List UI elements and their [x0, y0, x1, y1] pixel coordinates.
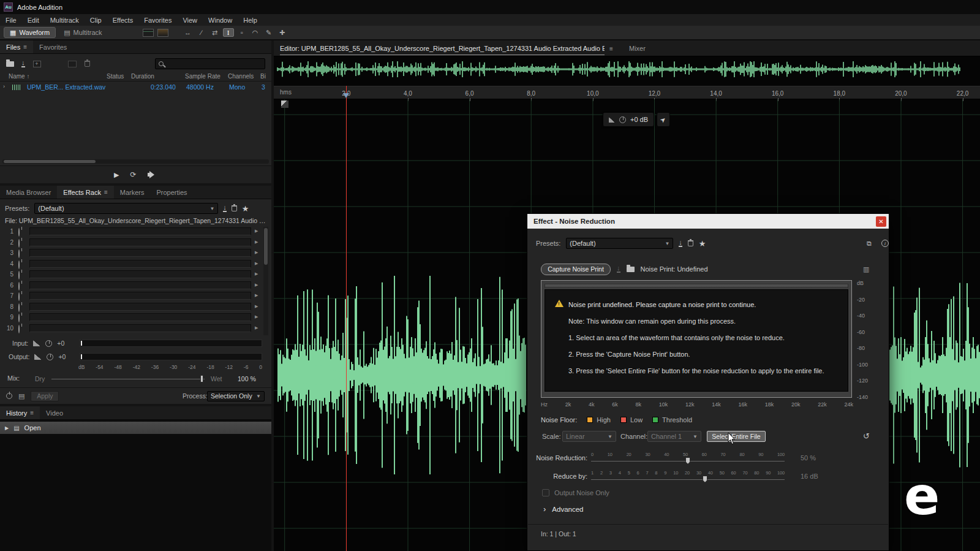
spot-healing-tool-icon[interactable]: ✚	[277, 29, 288, 37]
save-preset-icon[interactable]: ↓	[223, 205, 227, 212]
lasso-selection-tool-icon[interactable]: ◠	[250, 29, 261, 37]
rack-slot-row[interactable]: 6▶	[0, 281, 271, 291]
menu-view[interactable]: View	[177, 17, 203, 24]
row-expander-icon[interactable]: ›	[3, 83, 5, 89]
process-select[interactable]: Selection Only▼	[207, 391, 265, 401]
dialog-favorite-icon[interactable]: ★	[699, 239, 706, 248]
level-corner-icon[interactable]	[281, 101, 288, 108]
rack-vscrollbar[interactable]	[263, 227, 268, 335]
menu-multitrack[interactable]: Multitrack	[45, 17, 85, 24]
show-waveform-display-icon[interactable]	[143, 29, 154, 37]
panel-menu-icon[interactable]: ≡	[104, 189, 108, 196]
col-channels[interactable]: Channels	[228, 73, 254, 80]
tab-history[interactable]: History ≡	[0, 406, 40, 419]
dialog-save-preset-icon[interactable]: ↓	[679, 240, 682, 247]
hud-gain-control[interactable]: +0 dB	[603, 112, 654, 127]
menu-help[interactable]: Help	[238, 17, 263, 24]
slot-inset[interactable]	[29, 303, 251, 311]
slot-inset[interactable]	[29, 238, 251, 246]
slot-arrow-icon[interactable]: ▶	[255, 314, 258, 319]
rack-slot-row[interactable]: 5▶	[0, 270, 271, 280]
slot-inset[interactable]	[29, 227, 251, 235]
new-bin-icon[interactable]: +	[33, 61, 41, 67]
dialog-info-icon[interactable]: i	[881, 240, 889, 247]
overview-waveform[interactable]	[274, 58, 963, 81]
tab-media-browser[interactable]: Media Browser	[0, 186, 57, 199]
slot-power-icon[interactable]	[18, 249, 20, 258]
slot-arrow-icon[interactable]: ▶	[255, 293, 258, 298]
rack-preset-select[interactable]: (Default)▼	[34, 203, 218, 214]
slot-inset[interactable]	[29, 313, 251, 321]
dialog-io-routing-icon[interactable]: ⧉	[867, 240, 872, 248]
workspace-multitrack-button[interactable]: ▤ Multitrack	[58, 27, 107, 38]
rack-slot-row[interactable]: 4▶	[0, 259, 271, 270]
history-entry-open[interactable]: ▶ ▤ Open	[0, 422, 271, 434]
col-duration[interactable]: Duration	[131, 73, 154, 80]
scale-select[interactable]: Linear▼	[562, 431, 616, 442]
menu-edit[interactable]: Edit	[22, 17, 45, 24]
slot-power-icon[interactable]	[18, 303, 20, 312]
col-name[interactable]: Name ↑	[9, 73, 29, 80]
advanced-expander[interactable]: › Advanced	[543, 504, 584, 514]
slot-power-icon[interactable]	[18, 282, 20, 291]
menu-file[interactable]: File	[0, 17, 22, 24]
razor-tool-icon[interactable]: ∕	[196, 29, 207, 36]
rack-slot-row[interactable]: 8▶	[0, 302, 271, 313]
output-gain-knob[interactable]	[47, 354, 53, 360]
playhead-line[interactable]	[346, 86, 347, 551]
rack-slot-row[interactable]: 10▶	[0, 324, 271, 334]
slot-arrow-icon[interactable]: ▶	[255, 261, 258, 266]
slot-arrow-icon[interactable]: ▶	[255, 229, 258, 234]
slot-power-icon[interactable]	[18, 325, 20, 333]
tab-editor[interactable]: Editor: UPM_BER1285_55_All_Okay_Undersco…	[280, 45, 605, 55]
noise-reduction-handle[interactable]	[685, 457, 690, 464]
slot-arrow-icon[interactable]: ▶	[255, 250, 258, 255]
tab-video[interactable]: Video	[40, 406, 69, 419]
tab-favorites[interactable]: Favorites	[33, 40, 73, 53]
rack-slot-row[interactable]: 1▶	[0, 227, 271, 237]
slot-arrow-icon[interactable]: ▶	[255, 272, 258, 276]
tab-files[interactable]: Files ≡	[0, 40, 33, 53]
files-hscrollbar-thumb[interactable]	[4, 160, 96, 163]
search-input[interactable]	[176, 60, 262, 67]
editor-panel-menu-icon[interactable]: ≡	[609, 45, 613, 52]
dialog-preset-select[interactable]: (Default)▼	[566, 238, 673, 249]
col-sample-rate[interactable]: Sample Rate	[185, 73, 221, 80]
delete-file-icon[interactable]	[85, 61, 90, 67]
apply-button[interactable]: Apply	[31, 391, 59, 401]
loop-playback-icon[interactable]: ⟳	[130, 170, 136, 179]
select-entire-file-button[interactable]: Select Entire File	[707, 431, 766, 442]
slot-inset[interactable]	[29, 324, 251, 332]
favorite-icon[interactable]: ★	[242, 204, 249, 213]
slot-power-icon[interactable]	[18, 228, 20, 237]
menu-clip[interactable]: Clip	[85, 17, 107, 24]
capture-noise-print-button[interactable]: Capture Noise Print	[541, 264, 611, 275]
channel-select[interactable]: Channel 1▼	[647, 431, 701, 442]
tab-markers[interactable]: Markers	[114, 186, 151, 199]
graph-zoom-strip[interactable]	[545, 284, 848, 288]
reduce-by-track[interactable]	[591, 479, 785, 480]
rack-power-icon[interactable]	[6, 393, 12, 399]
dialog-close-button[interactable]: ✕	[876, 216, 886, 227]
mix-slider-handle[interactable]	[200, 375, 203, 382]
auto-play-speaker-icon[interactable]	[148, 171, 156, 178]
marquee-selection-tool-icon[interactable]: ▫	[236, 29, 247, 36]
menu-favorites[interactable]: Favorites	[138, 17, 177, 24]
panel-menu-icon[interactable]: ≡	[23, 44, 27, 50]
noise-print-graph[interactable]: Noise print undefined. Please capture a …	[541, 280, 852, 398]
reset-icon[interactable]: ↺	[863, 431, 870, 441]
rack-slot-row[interactable]: 3▶	[0, 248, 271, 259]
output-noise-only-checkbox[interactable]	[542, 489, 549, 496]
save-noise-print-icon[interactable]: ↓	[617, 265, 620, 273]
rack-slot-row[interactable]: 2▶	[0, 238, 271, 248]
slot-arrow-icon[interactable]: ▶	[255, 304, 258, 309]
timeline-ruler[interactable]: hms 2,04,06,08,010,012,014,016,018,020,0…	[274, 86, 980, 99]
menu-window[interactable]: Window	[203, 17, 238, 24]
slot-power-icon[interactable]	[18, 271, 20, 279]
media-encoder-icon[interactable]	[68, 61, 77, 67]
slot-inset[interactable]	[29, 270, 251, 278]
files-hscrollbar[interactable]	[2, 159, 269, 164]
slot-power-icon[interactable]	[18, 239, 20, 248]
hud-gain-knob[interactable]	[619, 116, 626, 123]
playhead-handle[interactable]	[343, 93, 349, 98]
